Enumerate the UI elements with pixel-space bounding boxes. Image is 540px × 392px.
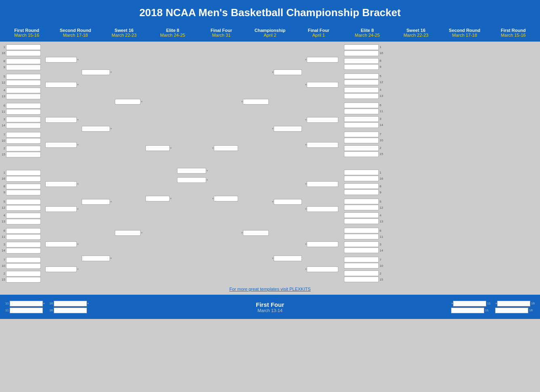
team-r10-2[interactable] bbox=[344, 189, 379, 195]
team-l11-1[interactable] bbox=[6, 199, 41, 205]
s16-r3[interactable] bbox=[274, 199, 302, 205]
ff-l1[interactable] bbox=[146, 145, 170, 151]
sr-l6[interactable] bbox=[45, 206, 77, 212]
team-l7-1[interactable] bbox=[6, 132, 41, 138]
team-l2-1[interactable] bbox=[6, 59, 41, 64]
team-r3-1[interactable] bbox=[344, 73, 379, 79]
team-l2-2[interactable] bbox=[6, 65, 41, 70]
team-r16-2[interactable] bbox=[344, 277, 379, 282]
sr-l1[interactable] bbox=[45, 57, 77, 63]
sr-r1[interactable] bbox=[307, 57, 338, 63]
sr-r7[interactable] bbox=[307, 241, 338, 247]
team-l9-1[interactable] bbox=[6, 170, 41, 176]
team-r6-1[interactable] bbox=[344, 116, 379, 122]
team-l8-1[interactable] bbox=[6, 146, 41, 151]
ff-team-r1-2[interactable] bbox=[451, 308, 484, 313]
sr-l5[interactable] bbox=[45, 181, 77, 187]
team-r7-2[interactable] bbox=[344, 138, 379, 143]
e8-l1[interactable] bbox=[115, 99, 141, 105]
team-r5-2[interactable] bbox=[344, 109, 379, 114]
sr-l4[interactable] bbox=[45, 142, 77, 148]
team-l15-1[interactable] bbox=[6, 257, 41, 263]
sr-r2[interactable] bbox=[307, 82, 338, 88]
team-r2-2[interactable] bbox=[344, 64, 379, 70]
team-r3-2[interactable] bbox=[344, 80, 379, 85]
champ-team2[interactable] bbox=[177, 177, 206, 183]
team-l6-1[interactable] bbox=[6, 117, 41, 122]
team-l12-1[interactable] bbox=[6, 213, 41, 218]
team-r8-2[interactable] bbox=[344, 151, 379, 157]
team-r6-2[interactable] bbox=[344, 122, 379, 128]
ff-team-r1-1[interactable] bbox=[453, 301, 486, 306]
team-r9-2[interactable] bbox=[344, 176, 379, 181]
team-r15-2[interactable] bbox=[344, 263, 379, 268]
team-l13-2[interactable] bbox=[6, 234, 41, 240]
team-l5-1[interactable] bbox=[6, 103, 41, 109]
team-l1-2[interactable] bbox=[6, 50, 41, 56]
team-l10-2[interactable] bbox=[6, 190, 41, 195]
team-r1-1[interactable] bbox=[344, 44, 379, 50]
team-r13-1[interactable] bbox=[344, 228, 379, 233]
team-r4-2[interactable] bbox=[344, 93, 379, 99]
team-r2-1[interactable] bbox=[344, 58, 379, 64]
sr-r5[interactable] bbox=[307, 181, 338, 187]
e8-l2[interactable] bbox=[115, 230, 141, 236]
s16-r2[interactable] bbox=[274, 126, 302, 132]
team-l15-2[interactable] bbox=[6, 263, 41, 269]
sr-r4[interactable] bbox=[307, 142, 338, 148]
sr-l2[interactable] bbox=[45, 82, 77, 88]
team-r12-2[interactable] bbox=[344, 218, 379, 224]
team-r12-1[interactable] bbox=[344, 212, 379, 218]
team-r4-1[interactable] bbox=[344, 87, 379, 93]
team-l16-2[interactable] bbox=[6, 277, 41, 283]
team-l9-2[interactable] bbox=[6, 176, 41, 182]
team-r10-1[interactable] bbox=[344, 183, 379, 189]
team-r1-2[interactable] bbox=[344, 50, 379, 56]
team-l14-2[interactable] bbox=[6, 248, 41, 254]
s16-l3[interactable] bbox=[82, 199, 110, 205]
sr-l8[interactable] bbox=[45, 266, 77, 272]
s16-r4[interactable] bbox=[274, 256, 302, 261]
team-l13-1[interactable] bbox=[6, 228, 41, 234]
e8-r1[interactable] bbox=[243, 99, 269, 105]
sr-l3[interactable] bbox=[45, 117, 77, 123]
ff-l2[interactable] bbox=[146, 196, 170, 201]
team-l1-1[interactable] bbox=[6, 44, 41, 50]
e8-r2[interactable] bbox=[243, 230, 269, 236]
team-r14-1[interactable] bbox=[344, 241, 379, 247]
ff-team-l2-1[interactable] bbox=[54, 301, 87, 306]
sr-r8[interactable] bbox=[307, 266, 338, 272]
team-l16-1[interactable] bbox=[6, 271, 41, 277]
team-l8-2[interactable] bbox=[6, 152, 41, 157]
team-l4-2[interactable] bbox=[6, 94, 41, 99]
ff-team-l1-2[interactable] bbox=[10, 308, 43, 313]
team-r16-1[interactable] bbox=[344, 270, 379, 276]
team-r11-2[interactable] bbox=[344, 205, 379, 210]
team-r13-2[interactable] bbox=[344, 234, 379, 239]
champ-team1[interactable] bbox=[177, 168, 206, 174]
sr-r6[interactable] bbox=[307, 206, 338, 212]
team-r11-1[interactable] bbox=[344, 199, 379, 204]
s16-r1[interactable] bbox=[274, 69, 302, 75]
s16-l2[interactable] bbox=[82, 126, 110, 132]
team-l4-1[interactable] bbox=[6, 88, 41, 93]
team-l14-1[interactable] bbox=[6, 242, 41, 247]
team-r14-2[interactable] bbox=[344, 247, 379, 253]
team-l7-2[interactable] bbox=[6, 138, 41, 144]
sr-l7[interactable] bbox=[45, 241, 77, 247]
ff-team-l2-2[interactable] bbox=[54, 308, 87, 313]
plexkits-link[interactable]: For more great templates visit PLEXKITS bbox=[229, 287, 310, 291]
ff-team-r2-1[interactable] bbox=[497, 301, 530, 306]
team-r5-1[interactable] bbox=[344, 103, 379, 108]
team-r9-1[interactable] bbox=[344, 170, 379, 175]
team-r7-1[interactable] bbox=[344, 132, 379, 137]
sr-r3[interactable] bbox=[307, 117, 338, 123]
s16-l4[interactable] bbox=[82, 256, 110, 261]
team-l12-2[interactable] bbox=[6, 219, 41, 224]
ff-r1[interactable] bbox=[214, 145, 238, 151]
team-l5-2[interactable] bbox=[6, 109, 41, 115]
team-r8-1[interactable] bbox=[344, 145, 379, 151]
team-l3-2[interactable] bbox=[6, 80, 41, 86]
ff-team-l1-1[interactable] bbox=[10, 301, 43, 306]
team-l10-1[interactable] bbox=[6, 184, 41, 189]
